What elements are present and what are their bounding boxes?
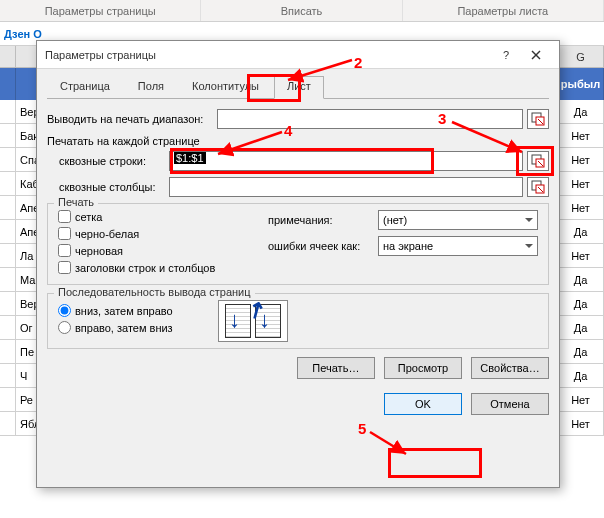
page-setup-dialog: Параметры страницы ? Страница Поля Колон… <box>36 40 560 488</box>
ribbon-group-fit: Вписать <box>201 0 402 21</box>
print-range-picker[interactable] <box>527 109 549 129</box>
headings-checkbox[interactable]: заголовки строк и столбцов <box>58 261 268 274</box>
dialog-action-row-1: Печать… Просмотр Свойства… <box>47 357 549 379</box>
errors-combo[interactable]: на экране <box>378 236 538 256</box>
preview-button[interactable]: Просмотр <box>384 357 462 379</box>
header-profit: рыбыл <box>558 68 604 100</box>
help-button[interactable]: ? <box>491 43 521 67</box>
tab-margins[interactable]: Поля <box>125 76 177 99</box>
collapse-dialog-icon <box>531 180 545 194</box>
rows-to-repeat-picker[interactable] <box>527 151 549 171</box>
ribbon: Параметры страницы Вписать Параметры лис… <box>0 0 604 22</box>
ribbon-group-sheet-options: Параметры листа <box>403 0 604 21</box>
collapse-dialog-icon <box>531 154 545 168</box>
dialog-action-row-2: OK Отмена <box>47 393 549 415</box>
gridlines-checkbox[interactable]: сетка <box>58 210 268 223</box>
cols-to-repeat-input[interactable] <box>169 177 523 197</box>
dialog-title: Параметры страницы <box>45 49 491 61</box>
tab-page[interactable]: Страница <box>47 76 123 99</box>
cols-to-repeat-label: сквозные столбцы: <box>59 181 169 193</box>
dialog-titlebar: Параметры страницы ? <box>37 41 559 69</box>
down-then-over-radio[interactable]: вниз, затем вправо <box>58 304 218 317</box>
column-header-g[interactable]: G <box>558 46 604 67</box>
titles-section-label: Печатать на каждой странице <box>47 135 549 147</box>
cols-to-repeat-picker[interactable] <box>527 177 549 197</box>
black-white-checkbox[interactable]: черно-белая <box>58 227 268 240</box>
properties-button[interactable]: Свойства… <box>471 357 549 379</box>
rows-to-repeat-label: сквозные строки: <box>59 155 169 167</box>
print-options-group: Печать сетка черно-белая черновая заголо… <box>47 203 549 285</box>
ribbon-group-page-setup: Параметры страницы <box>0 0 201 21</box>
print-range-label: Выводить на печать диапазон: <box>47 113 217 125</box>
comments-combo[interactable]: (нет) <box>378 210 538 230</box>
page-order-legend: Последовательность вывода страниц <box>54 286 255 298</box>
print-options-legend: Печать <box>54 196 98 208</box>
ok-button[interactable]: OK <box>384 393 462 415</box>
dzen-link[interactable]: Дзен О <box>4 28 42 40</box>
over-then-down-radio[interactable]: вправо, затем вниз <box>58 321 218 334</box>
cancel-button[interactable]: Отмена <box>471 393 549 415</box>
print-button[interactable]: Печать… <box>297 357 375 379</box>
print-range-input[interactable] <box>217 109 523 129</box>
collapse-dialog-icon <box>531 112 545 126</box>
page-order-group: Последовательность вывода страниц вниз, … <box>47 293 549 349</box>
comments-label: примечания: <box>268 214 378 226</box>
rows-to-repeat-input[interactable]: $1:$1 <box>169 151 523 171</box>
page-order-preview: ↓ ↗ ↓ <box>218 300 288 342</box>
tab-headerfooter[interactable]: Колонтитулы <box>179 76 272 99</box>
errors-label: ошибки ячеек как: <box>268 240 378 252</box>
draft-checkbox[interactable]: черновая <box>58 244 268 257</box>
tab-sheet[interactable]: Лист <box>274 76 324 99</box>
close-icon <box>531 50 541 60</box>
close-button[interactable] <box>521 43 551 67</box>
dialog-tabs: Страница Поля Колонтитулы Лист <box>47 75 549 99</box>
